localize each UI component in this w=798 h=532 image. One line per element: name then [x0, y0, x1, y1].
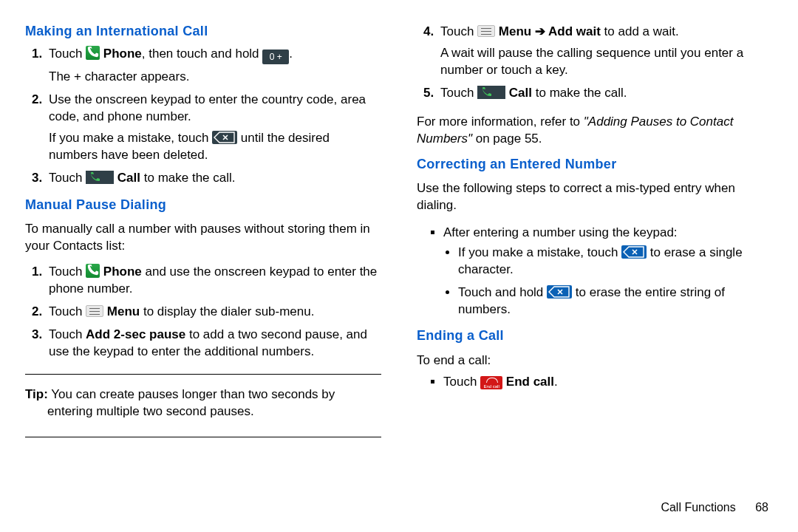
- text: to make the call.: [532, 86, 627, 100]
- phone-label: Phone: [103, 265, 142, 279]
- svg-rect-1: [477, 86, 505, 99]
- text: Touch: [49, 47, 86, 61]
- phone-icon: [86, 46, 100, 60]
- heading-international-call: Making an International Call: [25, 22, 381, 40]
- menu-label: Menu: [499, 24, 531, 38]
- menu-icon: [86, 305, 103, 317]
- text: on page 55.: [472, 132, 542, 146]
- call-button-icon: [477, 86, 505, 99]
- text: Touch: [440, 86, 477, 100]
- text: Use the onscreen keypad to enter the cou…: [49, 92, 366, 123]
- end-list: Touch End call End call.: [443, 374, 773, 397]
- text: Touch: [49, 171, 86, 185]
- page-number: 68: [755, 501, 768, 514]
- text: For more information, refer to: [417, 115, 584, 129]
- menu-icon: [477, 25, 495, 37]
- steps-pause: Touch Phone and use the onscreen keypad …: [46, 264, 381, 366]
- divider: [25, 437, 381, 437]
- zero-key-icon: 0 +: [262, 50, 289, 64]
- text: The + character appears.: [49, 69, 189, 83]
- svg-rect-0: [86, 171, 114, 184]
- more-info: For more information, refer to "Adding P…: [417, 114, 773, 148]
- end-call-icon: End call: [480, 376, 502, 389]
- correct-intro: Use the following steps to correct a mis…: [417, 180, 773, 214]
- step-pause-2: Touch Menu to display the dialer sub-men…: [46, 304, 381, 321]
- left-column: Making an International Call Touch Phone…: [25, 22, 399, 523]
- step-pause-3: Touch Add 2-sec pause to add a two secon…: [46, 327, 381, 361]
- step-pause-5: Touch Call to make the call.: [437, 85, 773, 102]
- end-intro: To end a call:: [417, 352, 773, 369]
- manual-page: Making an International Call Touch Phone…: [0, 0, 798, 532]
- tip-block: Tip: You can create pauses longer than t…: [25, 379, 381, 432]
- list-item: If you make a mistake, touch to erase a …: [458, 245, 773, 279]
- divider: [25, 374, 381, 375]
- correct-list: After entering a number using the keypad…: [443, 225, 773, 324]
- text: After entering a number using the keypad…: [443, 225, 678, 239]
- backspace-icon: [547, 285, 572, 299]
- text: Touch: [49, 327, 86, 341]
- text: , then touch and hold: [142, 47, 263, 61]
- call-label: Call: [117, 171, 140, 185]
- step-intl-2: Use the onscreen keypad to enter the cou…: [46, 92, 381, 164]
- backspace-icon: [212, 131, 237, 144]
- text: Touch: [440, 24, 477, 38]
- menu-label: Menu: [107, 304, 140, 318]
- step-pause-1: Touch Phone and use the onscreen keypad …: [46, 264, 381, 298]
- tip-text: You can create pauses longer than two se…: [47, 387, 335, 418]
- end-call-label: End call: [506, 375, 554, 389]
- right-column: Touch Menu ➔ Add wait to add a wait. A w…: [399, 22, 773, 523]
- phone-icon: [86, 264, 100, 278]
- text: to make the call.: [140, 171, 236, 185]
- add-2sec-label: Add 2-sec pause: [86, 327, 185, 341]
- backspace-icon: [621, 245, 647, 259]
- step-pause-4: Touch Menu ➔ Add wait to add a wait. A w…: [437, 24, 773, 79]
- correct-sublist: If you make a mistake, touch to erase a …: [458, 245, 773, 318]
- call-button-icon: [86, 171, 114, 184]
- step-intl-3: Touch Call to make the call.: [46, 170, 381, 187]
- list-item: Touch and hold to erase the entire strin…: [458, 284, 773, 318]
- tip-label: Tip:: [25, 387, 48, 401]
- list-item: After entering a number using the keypad…: [443, 225, 773, 318]
- text: Touch: [49, 265, 86, 279]
- text: If you make a mistake, touch: [49, 131, 212, 145]
- text: .: [554, 375, 558, 389]
- steps-pause-cont: Touch Menu ➔ Add wait to add a wait. A w…: [437, 24, 773, 108]
- call-label: Call: [509, 86, 532, 100]
- phone-label: Phone: [103, 47, 142, 61]
- steps-international: Touch Phone, then touch and hold 0 +. Th…: [46, 46, 381, 193]
- text: to add a wait.: [601, 24, 679, 38]
- footer-section: Call Functions: [661, 501, 735, 514]
- add-wait-label: Add wait: [548, 24, 601, 38]
- list-item: Touch End call End call.: [443, 374, 773, 391]
- text: to display the dialer sub-menu.: [140, 304, 314, 318]
- text: Touch and hold: [458, 285, 547, 299]
- pause-intro: To manually call a number with pauses wi…: [25, 221, 381, 255]
- text: Touch: [443, 375, 480, 389]
- heading-correcting: Correcting an Entered Number: [417, 155, 773, 173]
- heading-ending: Ending a Call: [417, 327, 773, 344]
- text: Touch: [49, 304, 86, 318]
- text: If you make a mistake, touch: [458, 245, 621, 259]
- arrow-icon: ➔: [531, 24, 548, 38]
- step-intl-1: Touch Phone, then touch and hold 0 +. Th…: [46, 46, 381, 86]
- text: A wait will pause the calling sequence u…: [440, 46, 743, 77]
- page-footer: Call Functions 68: [661, 499, 768, 516]
- text: .: [289, 47, 293, 61]
- heading-manual-pause: Manual Pause Dialing: [25, 196, 381, 214]
